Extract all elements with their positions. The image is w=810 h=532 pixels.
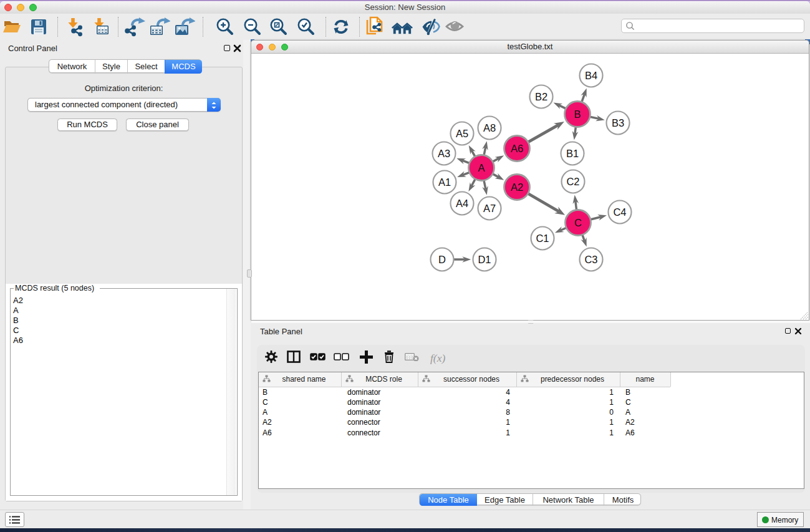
svg-text:A: A [478, 162, 485, 173]
svg-text:A6: A6 [511, 143, 523, 154]
svg-text:C: C [574, 217, 582, 228]
svg-text:C1: C1 [536, 233, 549, 244]
svg-text:D: D [438, 254, 446, 265]
svg-text:A8: A8 [483, 122, 496, 133]
svg-text:A4: A4 [456, 198, 468, 209]
svg-text:A7: A7 [483, 203, 496, 214]
svg-text:C2: C2 [566, 176, 579, 187]
svg-text:B2: B2 [535, 91, 547, 102]
svg-text:A5: A5 [456, 128, 468, 139]
svg-text:B: B [574, 109, 581, 120]
svg-text:C3: C3 [584, 254, 597, 265]
svg-text:B4: B4 [585, 70, 597, 81]
svg-text:C4: C4 [613, 206, 626, 218]
svg-text:B3: B3 [612, 117, 624, 128]
svg-text:A1: A1 [438, 177, 451, 188]
svg-text:A3: A3 [438, 148, 450, 159]
svg-text:D1: D1 [478, 254, 491, 265]
svg-text:B1: B1 [566, 148, 579, 159]
svg-text:A2: A2 [511, 181, 523, 193]
